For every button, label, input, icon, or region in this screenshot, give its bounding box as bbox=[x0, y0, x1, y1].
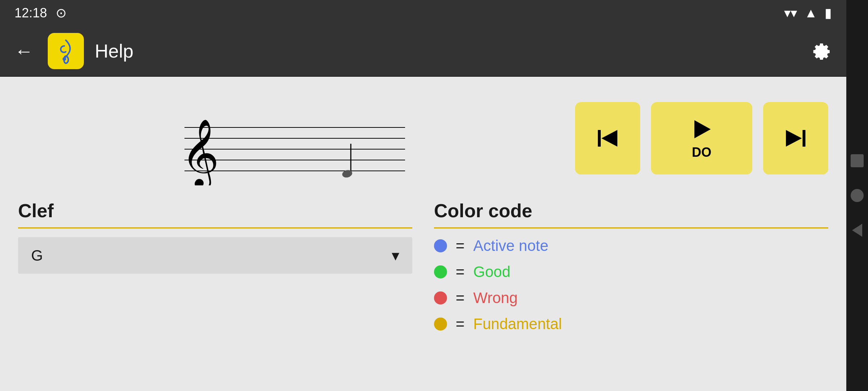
color-label: Wrong bbox=[473, 289, 518, 307]
color-equals: = bbox=[456, 237, 465, 255]
bottom-section: Clef G ▾ Color code =Active note=Good=Wr… bbox=[18, 200, 828, 333]
play-note-label: DO bbox=[692, 145, 711, 160]
color-code-list: =Active note=Good=Wrong=Fundamental bbox=[434, 237, 828, 333]
app-bar: ← Help bbox=[0, 26, 846, 77]
clef-dropdown[interactable]: G ▾ bbox=[18, 237, 412, 274]
svg-marker-13 bbox=[786, 130, 802, 147]
color-dot bbox=[434, 291, 447, 304]
nav-circle[interactable] bbox=[851, 189, 864, 202]
color-equals: = bbox=[456, 315, 465, 333]
skip-forward-icon bbox=[783, 126, 808, 151]
color-dot bbox=[434, 265, 447, 278]
clef-divider bbox=[18, 227, 412, 228]
staff-container: 𝄞 bbox=[18, 91, 553, 185]
svg-rect-9 bbox=[598, 130, 601, 147]
skip-back-button[interactable] bbox=[575, 102, 640, 175]
clef-section: Clef G ▾ bbox=[18, 200, 412, 274]
skip-forward-button[interactable] bbox=[763, 102, 828, 175]
svg-marker-11 bbox=[694, 120, 711, 138]
color-dot bbox=[434, 318, 447, 331]
color-code-divider bbox=[434, 227, 828, 228]
top-section: 𝄞 DO bbox=[18, 91, 828, 185]
skip-back-icon bbox=[595, 126, 620, 151]
color-label: Good bbox=[473, 263, 511, 281]
status-bar: 12:18 ⊙ ▾▾ ▲ ▮ bbox=[0, 0, 846, 26]
nav-back-arrow[interactable] bbox=[852, 224, 862, 237]
color-item: =Active note bbox=[434, 237, 828, 255]
clef-value: G bbox=[31, 247, 43, 264]
svg-text:𝄞: 𝄞 bbox=[181, 120, 219, 185]
wifi-icon: ▾▾ bbox=[784, 5, 797, 21]
play-button[interactable]: DO bbox=[651, 102, 752, 175]
back-icon: ← bbox=[14, 41, 33, 62]
staff-notation: 𝄞 bbox=[159, 91, 412, 185]
signal-icon: ▲ bbox=[804, 5, 817, 21]
color-item: =Good bbox=[434, 263, 828, 281]
gear-icon bbox=[810, 38, 832, 60]
color-label: Fundamental bbox=[473, 315, 562, 333]
color-equals: = bbox=[456, 289, 465, 307]
app-logo bbox=[48, 33, 84, 69]
svg-point-0 bbox=[63, 57, 66, 61]
svg-marker-10 bbox=[601, 130, 617, 147]
color-equals: = bbox=[456, 263, 465, 281]
nav-square[interactable] bbox=[851, 154, 864, 167]
color-label: Active note bbox=[473, 237, 549, 255]
clef-title: Clef bbox=[18, 200, 412, 222]
color-item: =Fundamental bbox=[434, 315, 828, 333]
color-dot bbox=[434, 239, 447, 252]
color-code-section: Color code =Active note=Good=Wrong=Funda… bbox=[434, 200, 828, 333]
svg-rect-12 bbox=[803, 130, 805, 147]
time-display: 12:18 bbox=[14, 5, 47, 21]
play-icon bbox=[689, 117, 714, 142]
chevron-down-icon: ▾ bbox=[392, 247, 399, 264]
back-button[interactable]: ← bbox=[11, 37, 37, 66]
playback-buttons: DO bbox=[575, 102, 828, 175]
shield-icon: ⊙ bbox=[56, 5, 67, 21]
color-code-title: Color code bbox=[434, 200, 828, 222]
settings-button[interactable] bbox=[807, 34, 835, 68]
color-item: =Wrong bbox=[434, 289, 828, 307]
battery-icon: ▮ bbox=[825, 5, 832, 21]
main-content: 𝄞 DO bbox=[0, 77, 846, 391]
right-controls bbox=[846, 0, 868, 391]
page-title: Help bbox=[95, 40, 796, 62]
